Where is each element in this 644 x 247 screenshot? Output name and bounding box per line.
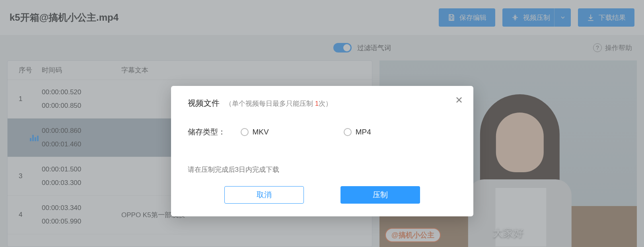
modal-subtitle: （单个视频每日最多只能压制 1次） [225, 100, 332, 107]
radio-mp4-label: MP4 [356, 128, 371, 136]
radio-icon [241, 128, 249, 136]
storage-type-row: 储存类型： MKV MP4 [188, 127, 457, 137]
close-icon[interactable]: ✕ [455, 95, 463, 106]
radio-mkv[interactable]: MKV [241, 128, 269, 136]
confirm-button[interactable]: 压制 [340, 186, 420, 204]
modal-buttons: 取消 压制 [188, 186, 457, 204]
modal-overlay[interactable]: ✕ 视频文件 （单个视频每日最多只能压制 1次） 储存类型： MKV MP4 请… [0, 0, 644, 247]
modal-subtitle-suffix: 次） [319, 100, 332, 107]
radio-mkv-label: MKV [253, 128, 269, 136]
storage-type-label: 储存类型： [188, 127, 226, 137]
modal-subtitle-count: 1 [315, 100, 319, 107]
radio-mp4[interactable]: MP4 [344, 128, 371, 136]
modal-title: 视频文件 [188, 98, 220, 109]
radio-icon [344, 128, 352, 136]
modal-subtitle-prefix: （单个视频每日最多只能压制 [225, 100, 315, 107]
cancel-button[interactable]: 取消 [224, 186, 304, 204]
compress-modal: ✕ 视频文件 （单个视频每日最多只能压制 1次） 储存类型： MKV MP4 请… [171, 86, 473, 216]
modal-note: 请在压制完成后3日内完成下载 [188, 165, 457, 174]
